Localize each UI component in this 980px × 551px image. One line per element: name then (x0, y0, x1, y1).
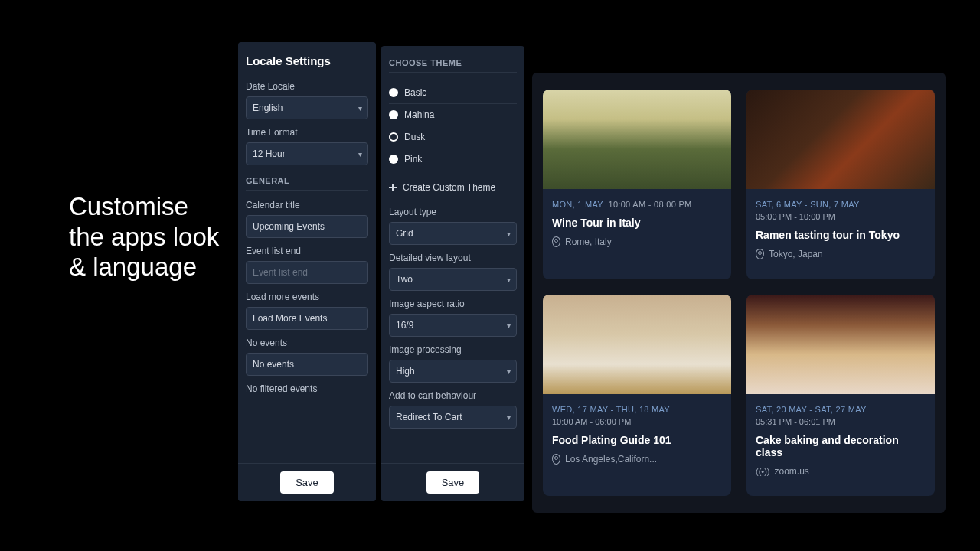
no-filtered-label: No filtered events (246, 383, 368, 394)
event-time: 10:00 AM - 06:00 PM (552, 417, 722, 426)
save-button[interactable]: Save (280, 471, 334, 494)
locale-settings-panel: Locale Settings Date Locale English Time… (238, 42, 376, 501)
event-location: Tokyo, Japan (756, 249, 926, 259)
add-to-cart-label: Add to cart behaviour (389, 390, 517, 401)
theme-option-mahina[interactable]: Mahina (389, 104, 517, 126)
event-image (746, 90, 935, 189)
radio-icon (389, 88, 398, 97)
detailed-view-select[interactable]: Two (389, 268, 517, 291)
event-location: Rome, Italy (552, 236, 722, 247)
layout-type-label: Layout type (389, 207, 517, 217)
event-image (543, 90, 731, 189)
save-bar: Save (238, 463, 376, 501)
event-list-end-input[interactable] (246, 261, 368, 284)
event-title: Cake baking and decoration class (756, 434, 926, 458)
general-header: GENERAL (246, 176, 368, 191)
save-button[interactable]: Save (426, 471, 480, 494)
radio-icon (389, 110, 398, 119)
theme-option-basic[interactable]: Basic (389, 82, 517, 104)
event-list-end-label: Event list end (246, 246, 368, 256)
no-events-input[interactable] (246, 353, 368, 376)
event-location: ((•)) zoom.us (756, 466, 926, 477)
event-time: 05:00 PM - 10:00 PM (756, 212, 926, 221)
event-title: Food Plating Guide 101 (552, 434, 722, 446)
choose-theme-header: CHOOSE THEME (389, 58, 517, 73)
time-format-label: Time Format (246, 127, 368, 138)
event-date: WED, 17 MAY - THU, 18 MAY (552, 405, 722, 414)
theme-label: Dusk (404, 132, 425, 142)
theme-settings-panel: CHOOSE THEME Basic Mahina Dusk Pink Crea… (381, 46, 524, 501)
events-preview-grid: MON, 1 MAY 10:00 AM - 08:00 PM Wine Tour… (532, 73, 946, 513)
event-image (746, 295, 935, 394)
layout-type-select[interactable]: Grid (389, 222, 517, 245)
hero-heading: Customise the apps look & language (69, 191, 222, 282)
plus-icon (389, 184, 397, 191)
event-card[interactable]: SAT, 20 MAY - SAT, 27 MAY 05:31 PM - 06:… (746, 295, 935, 497)
load-more-label: Load more events (246, 292, 368, 302)
theme-label: Mahina (404, 109, 434, 120)
image-processing-label: Image processing (389, 344, 517, 355)
pin-icon (552, 236, 560, 247)
pin-icon (756, 249, 764, 259)
create-custom-theme[interactable]: Create Custom Theme (389, 176, 517, 199)
aspect-ratio-label: Image aspect ratio (389, 298, 517, 309)
create-theme-label: Create Custom Theme (403, 182, 495, 193)
load-more-input[interactable] (246, 307, 368, 330)
calendar-title-input[interactable] (246, 215, 368, 238)
event-date: MON, 1 MAY 10:00 AM - 08:00 PM (552, 200, 722, 209)
theme-option-pink[interactable]: Pink (389, 148, 517, 170)
event-date: SAT, 20 MAY - SAT, 27 MAY (756, 405, 926, 414)
date-locale-select[interactable]: English (246, 96, 368, 119)
event-image (543, 295, 731, 394)
theme-option-dusk[interactable]: Dusk (389, 126, 517, 148)
aspect-ratio-select[interactable]: 16/9 (389, 314, 517, 337)
time-format-select[interactable]: 12 Hour (246, 142, 368, 165)
theme-label: Basic (404, 87, 426, 98)
panel-title: Locale Settings (246, 54, 368, 67)
event-title: Ramen tasting tour in Tokyo (756, 229, 926, 241)
event-date: SAT, 6 MAY - SUN, 7 MAY (756, 200, 926, 209)
pin-icon (552, 454, 560, 465)
save-bar: Save (381, 463, 524, 501)
theme-label: Pink (404, 154, 422, 165)
event-title: Wine Tour in Italy (552, 217, 722, 229)
detailed-view-label: Detailed view layout (389, 253, 517, 263)
no-events-label: No events (246, 337, 368, 348)
event-card[interactable]: SAT, 6 MAY - SUN, 7 MAY 05:00 PM - 10:00… (746, 90, 935, 279)
date-locale-label: Date Locale (246, 81, 368, 92)
calendar-title-label: Calendar title (246, 200, 368, 210)
online-icon: ((•)) (756, 467, 770, 476)
event-card[interactable]: WED, 17 MAY - THU, 18 MAY 10:00 AM - 06:… (543, 295, 731, 497)
add-to-cart-select[interactable]: Redirect To Cart (389, 406, 517, 429)
theme-radio-list: Basic Mahina Dusk Pink (389, 82, 517, 170)
event-time: 05:31 PM - 06:01 PM (756, 417, 926, 426)
radio-icon (389, 155, 398, 164)
event-card[interactable]: MON, 1 MAY 10:00 AM - 08:00 PM Wine Tour… (543, 90, 731, 279)
radio-icon (389, 132, 398, 142)
event-location: Los Angeles,Californ... (552, 454, 722, 465)
image-processing-select[interactable]: High (389, 360, 517, 383)
